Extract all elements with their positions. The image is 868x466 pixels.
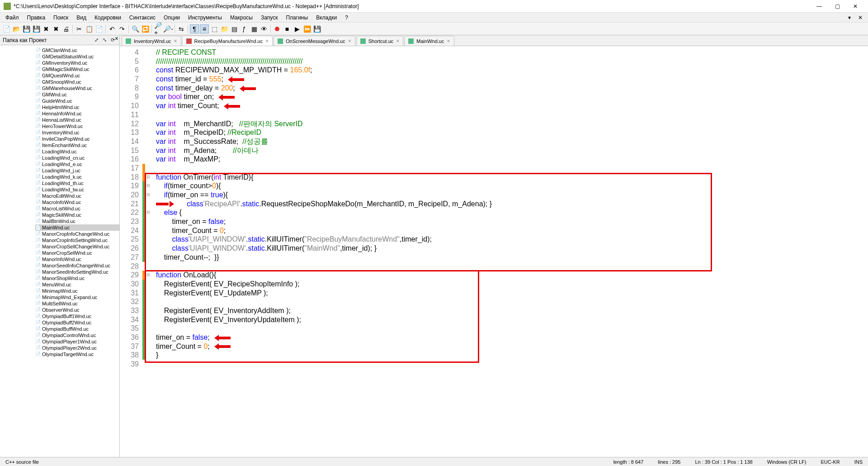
save-macro-icon[interactable]: 💾 bbox=[312, 24, 321, 33]
tree-file[interactable]: LoadingWnd.uc bbox=[35, 148, 119, 155]
tree-file[interactable]: GuideWnd.uc bbox=[35, 98, 119, 104]
editor-tab[interactable]: Shortcut.uc× bbox=[356, 36, 404, 46]
editor-tab[interactable]: MainWnd.uc× bbox=[404, 36, 454, 46]
tree-file[interactable]: OlympiadControlWnd.uc bbox=[35, 332, 119, 338]
tab-close-icon[interactable]: × bbox=[348, 38, 351, 44]
save-all-icon[interactable]: 💾 bbox=[32, 24, 41, 33]
sync-icon[interactable]: ⇆ bbox=[177, 24, 186, 33]
menu-item[interactable]: Кодировки bbox=[91, 14, 125, 22]
tree-file[interactable]: ItemEnchantWnd.uc bbox=[35, 142, 119, 148]
editor-tab[interactable]: OnScreenMessageWnd.uc× bbox=[274, 36, 355, 46]
tree-file[interactable]: LoadingWnd_tw.uc bbox=[35, 186, 119, 193]
playloop-icon[interactable]: ⏩ bbox=[302, 24, 311, 33]
tree-file[interactable]: LoadingWnd_th.uc bbox=[35, 180, 119, 186]
tab-close-icon[interactable]: × bbox=[447, 38, 450, 44]
stop-icon[interactable]: ■ bbox=[283, 24, 292, 33]
monitor-icon[interactable]: 👁 bbox=[259, 24, 269, 33]
tree-file[interactable]: HeroTowerWnd.uc bbox=[35, 123, 119, 129]
tab-close-icon[interactable]: × bbox=[396, 38, 399, 44]
tree-file[interactable]: ManorCropInfoChangeWnd.uc bbox=[35, 231, 119, 237]
tree-file[interactable]: MacroListWnd.uc bbox=[35, 205, 119, 212]
menu-close-icon[interactable]: ✕ bbox=[854, 14, 866, 22]
zoom-in-icon[interactable]: 🔎+ bbox=[154, 24, 163, 33]
tree-file[interactable]: MenuWnd.uc bbox=[35, 281, 119, 288]
tree-file[interactable]: GMDetailStatusWnd.uc bbox=[35, 53, 119, 60]
play-icon[interactable]: ▶ bbox=[292, 24, 302, 33]
tree-file[interactable]: HelpHtmlWnd.uc bbox=[35, 104, 119, 110]
tree-file[interactable]: ManorInfoWnd.uc bbox=[35, 256, 119, 262]
fold-column[interactable]: ⊟⊟⊟⊟⊟ bbox=[145, 46, 151, 371]
tree-file[interactable]: HennaInfoWnd.uc bbox=[35, 110, 119, 117]
tree-file[interactable]: OlympiadPlayer1Wnd.uc bbox=[35, 338, 119, 345]
tree-file[interactable]: MailBtnWnd.uc bbox=[35, 218, 119, 224]
tab-close-icon[interactable]: × bbox=[265, 38, 269, 44]
tree-file[interactable]: GMMagicSkillWnd.uc bbox=[35, 66, 119, 72]
menu-item[interactable]: Макросы bbox=[226, 14, 256, 22]
close-file-icon[interactable]: ✖ bbox=[42, 24, 51, 33]
tree-file[interactable]: ManorSeedInfoChangeWnd.uc bbox=[35, 262, 119, 269]
new-file-icon[interactable]: 📄 bbox=[2, 24, 11, 33]
func-list-icon[interactable]: ƒ bbox=[240, 24, 249, 33]
menu-item[interactable]: Правка bbox=[24, 14, 49, 22]
tree-file[interactable]: ManorCropSellWnd.uc bbox=[35, 250, 119, 256]
tree-file[interactable]: ManorCropSellChangeWnd.uc bbox=[35, 243, 119, 250]
tree-file[interactable]: ManorCropInfoSettingWnd.uc bbox=[35, 237, 119, 243]
tree-file[interactable]: MacroInfoWnd.uc bbox=[35, 199, 119, 205]
editor-tab[interactable]: RecipeBuyManufactureWnd.uc× bbox=[182, 36, 273, 46]
tree-file[interactable]: OlympiadBuffWnd.uc bbox=[35, 326, 119, 332]
show-all-chars-icon[interactable]: ≡ bbox=[200, 24, 209, 33]
copy-icon[interactable]: 📋 bbox=[85, 24, 94, 33]
editor-tab[interactable]: InventoryWnd.uc× bbox=[122, 36, 181, 46]
maximize-button[interactable]: ▢ bbox=[828, 1, 846, 12]
menu-item[interactable]: Вкладки bbox=[312, 14, 340, 22]
tree-file[interactable]: OlympiadBuff1Wnd.uc bbox=[35, 313, 119, 319]
doc-list-icon[interactable]: ▦ bbox=[250, 24, 259, 33]
tree-file[interactable]: LoadingWnd_e.uc bbox=[35, 161, 119, 167]
tree-file[interactable]: LoadingWnd_k.uc bbox=[35, 174, 119, 180]
minimize-button[interactable]: — bbox=[810, 1, 828, 12]
tree-file[interactable]: MinimapWnd_Expand.uc bbox=[35, 294, 119, 300]
indent-guide-icon[interactable]: ⬚ bbox=[210, 24, 219, 33]
tree-file[interactable]: GMInventoryWnd.uc bbox=[35, 60, 119, 66]
tree-file[interactable]: LoadingWnd_cn.uc bbox=[35, 155, 119, 161]
tree-file[interactable]: MainWnd.uc bbox=[35, 224, 119, 231]
folder-icon[interactable]: 📁 bbox=[220, 24, 229, 33]
menu-item[interactable]: Запуск bbox=[257, 14, 282, 22]
print-icon[interactable]: 🖨 bbox=[61, 24, 71, 33]
find-icon[interactable]: 🔍 bbox=[131, 24, 140, 33]
paste-icon[interactable]: 📄 bbox=[94, 24, 104, 33]
tree-file[interactable]: ObserverWnd.uc bbox=[35, 307, 119, 313]
tab-close-icon[interactable]: × bbox=[174, 38, 177, 44]
close-button[interactable]: ✕ bbox=[846, 1, 864, 12]
tree-file[interactable]: GMWnd.uc bbox=[35, 91, 119, 98]
zoom-out-icon[interactable]: 🔎- bbox=[164, 24, 173, 33]
record-icon[interactable] bbox=[273, 24, 282, 33]
menu-dropdown-icon[interactable]: ▾ bbox=[844, 14, 854, 22]
tree-file[interactable]: MultiSellWnd.uc bbox=[35, 300, 119, 307]
cut-icon[interactable]: ✂ bbox=[75, 24, 84, 33]
menu-item[interactable]: Файл bbox=[2, 14, 23, 22]
tree-file[interactable]: GMSnoopWnd.uc bbox=[35, 79, 119, 85]
menu-item[interactable]: Инструменты bbox=[184, 14, 226, 22]
close-all-icon[interactable]: ✖ bbox=[52, 24, 61, 33]
wordwrap-icon[interactable]: ¶ bbox=[190, 24, 199, 33]
code-lines[interactable]: // RECIPE CONST/////////////////////////… bbox=[151, 46, 492, 371]
tree-file[interactable]: MinimapWnd.uc bbox=[35, 288, 119, 294]
menu-item[interactable]: Вид bbox=[73, 14, 90, 22]
undo-icon[interactable]: ↶ bbox=[108, 24, 117, 33]
open-file-icon[interactable]: 📂 bbox=[12, 24, 21, 33]
file-tree[interactable]: GMClanWnd.ucGMDetailStatusWnd.ucGMInvent… bbox=[0, 45, 119, 457]
code-editor[interactable]: 4567891011121314151617181920212223242526… bbox=[120, 46, 868, 457]
tree-file[interactable]: ManorSeedInfoSettingWnd.uc bbox=[35, 269, 119, 275]
tree-file[interactable]: GMQuestWnd.uc bbox=[35, 72, 119, 79]
redo-icon[interactable]: ↷ bbox=[118, 24, 127, 33]
menu-item[interactable]: Синтаксис bbox=[126, 14, 159, 22]
menu-item[interactable]: Плагины bbox=[282, 14, 311, 22]
tree-file[interactable]: LoadingWnd_j.uc bbox=[35, 167, 119, 174]
close-panel-icon[interactable]: × bbox=[115, 35, 118, 42]
save-icon[interactable]: 💾 bbox=[22, 24, 31, 33]
replace-icon[interactable]: 🔁 bbox=[141, 24, 150, 33]
menu-item[interactable]: Поиск bbox=[50, 14, 72, 22]
tree-file[interactable]: GMClanWnd.uc bbox=[35, 47, 119, 53]
tree-file[interactable]: MacroEditWnd.uc bbox=[35, 193, 119, 199]
